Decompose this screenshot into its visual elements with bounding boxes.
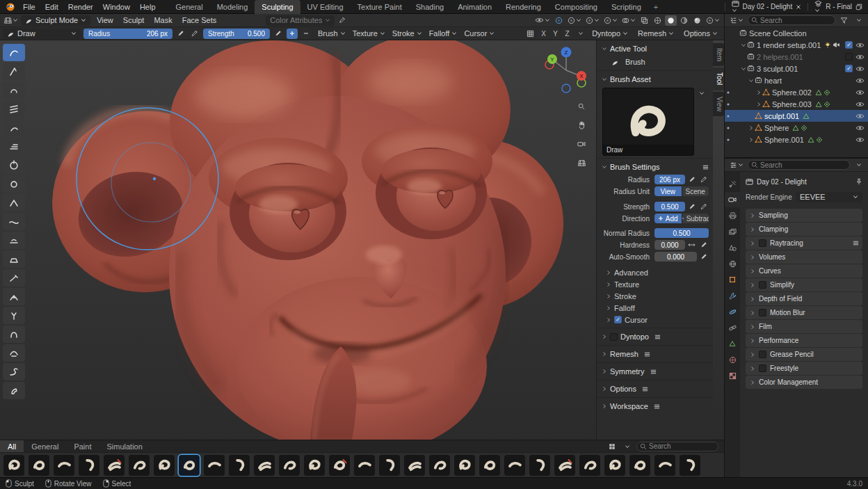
tool-draw-sharp[interactable] <box>3 63 25 80</box>
panel-menu-icon[interactable] <box>654 403 660 410</box>
panel-menu-icon[interactable] <box>650 369 657 375</box>
tool-crease[interactable] <box>3 194 25 211</box>
shelf-brush-9[interactable] <box>229 455 250 476</box>
xray-button[interactable] <box>638 15 650 26</box>
section-raytracing[interactable]: Raytracing <box>746 237 862 250</box>
hardness-range-button[interactable] <box>686 240 697 250</box>
menu-help[interactable]: Help <box>135 0 161 14</box>
add-workspace-button[interactable]: + <box>648 3 664 11</box>
navigation-gizmo[interactable]: Z Y X <box>539 43 593 97</box>
dropdown-texture[interactable]: Texture <box>349 29 389 39</box>
tool-thumb[interactable] <box>3 382 25 399</box>
tool-elastic-deform[interactable] <box>3 344 25 362</box>
shelf-tab-general[interactable]: General <box>24 440 66 453</box>
panel-dyntopo[interactable]: Dyntopo <box>597 330 713 343</box>
properties-tab-modifiers[interactable] <box>725 288 740 303</box>
dropdown-falloff[interactable]: Falloff <box>426 29 461 39</box>
properties-options-dropdown[interactable] <box>853 160 865 170</box>
section-performance[interactable]: Performance <box>746 334 862 347</box>
viewport-menu-mask[interactable]: Mask <box>149 14 177 27</box>
shelf-brush-17[interactable] <box>429 455 450 476</box>
properties-tab-texture[interactable] <box>725 368 740 383</box>
shelf-brush-10[interactable] <box>254 455 275 476</box>
radius-unit-view[interactable]: View <box>654 186 682 196</box>
direction-add-button[interactable] <box>287 29 298 39</box>
strength-slider[interactable]: Strength0.500 <box>203 29 270 39</box>
shelf-brush-18[interactable] <box>454 455 475 476</box>
direction-subtract[interactable]: Subtract <box>682 214 709 223</box>
shelf-brush-5[interactable] <box>129 455 150 476</box>
hide-eye-icon[interactable] <box>855 42 865 49</box>
simplify-checkbox[interactable] <box>759 281 766 289</box>
shelf-brush-20[interactable] <box>504 455 525 476</box>
properties-search-input[interactable] <box>760 161 849 169</box>
exclude-checkbox[interactable] <box>845 53 853 61</box>
dropdown-stroke[interactable]: Stroke <box>389 29 426 39</box>
shelf-brush-4[interactable] <box>104 455 124 476</box>
viewport-menu-sculpt[interactable]: Sculpt <box>118 14 150 27</box>
tool-fill[interactable] <box>3 250 25 268</box>
outliner-row-sphere-002[interactable]: Sphere.002 <box>725 86 868 98</box>
tool-scrape[interactable] <box>3 269 25 287</box>
shading-material-button[interactable] <box>678 15 690 26</box>
tool-layer[interactable] <box>3 138 25 155</box>
section-film[interactable]: Film <box>746 320 862 333</box>
tool-smooth[interactable] <box>3 213 25 230</box>
exclude-checkbox[interactable]: ✓ <box>845 65 853 72</box>
workspace-tab-modeling[interactable]: Modeling <box>210 0 255 14</box>
camera-view-button[interactable] <box>575 138 588 150</box>
sample-color-button[interactable] <box>336 15 348 26</box>
radius-stylus-button[interactable] <box>698 175 709 184</box>
dropdown-remesh[interactable]: Remesh <box>634 29 677 39</box>
tool-snake-hook[interactable] <box>3 363 25 380</box>
editor-type-button[interactable] <box>3 15 19 26</box>
hide-eye-icon[interactable] <box>855 113 865 120</box>
properties-tab-object[interactable] <box>725 272 740 287</box>
blender-logo-icon[interactable] <box>6 2 15 12</box>
panel-options[interactable]: Options <box>597 383 713 395</box>
copy-icon[interactable] <box>855 3 862 10</box>
dropdown-brush[interactable]: Brush <box>314 29 349 39</box>
shading-rendered-button[interactable] <box>691 15 703 26</box>
properties-tab-constraints[interactable] <box>725 320 740 335</box>
shelf-brush-0[interactable] <box>3 455 24 476</box>
disclosure-icon[interactable] <box>747 137 755 143</box>
brush-preview[interactable]: Draw <box>602 88 694 156</box>
hide-eye-icon[interactable] <box>855 101 865 108</box>
scene-breadcrumb-name[interactable]: Day 02 - Delight <box>757 178 807 186</box>
outliner-row-sphere-003[interactable]: Sphere.003 <box>725 98 868 110</box>
active-tool-dropdown[interactable]: Draw <box>3 29 81 39</box>
outliner-row-1-render-setup-001[interactable]: 1 render setup.001✓ <box>725 39 868 51</box>
direction-subtract-button[interactable] <box>300 29 312 39</box>
disclosure-icon[interactable] <box>755 90 762 95</box>
shelf-brush-21[interactable] <box>529 455 550 476</box>
subsection-advanced[interactable]: Advanced <box>597 266 713 278</box>
hide-eye-icon[interactable] <box>855 54 865 61</box>
view-layer-icon[interactable] <box>814 0 822 13</box>
extra-symmetry-dropdown[interactable] <box>574 29 586 39</box>
motion-blur-checkbox[interactable] <box>759 309 766 316</box>
subsection-texture[interactable]: Texture <box>597 278 713 290</box>
outliner-search[interactable] <box>748 15 835 25</box>
panel-symmetry[interactable]: Symmetry <box>597 365 713 378</box>
shelf-tab-all[interactable]: All <box>0 440 24 453</box>
tool-blob[interactable] <box>3 175 25 193</box>
scene-name[interactable]: Day 02 - Delight <box>743 3 793 10</box>
shelf-brush-25[interactable] <box>629 455 650 476</box>
move-button[interactable] <box>575 119 588 131</box>
panel-header-brush-settings[interactable]: Brush Settings <box>597 161 713 173</box>
properties-tab-object-data[interactable] <box>725 336 740 351</box>
workspace-tab-sculpting[interactable]: Sculpting <box>255 0 300 14</box>
cursor-checkbox[interactable]: ✓ <box>614 316 622 323</box>
asset-shelf-search-input[interactable] <box>649 442 718 450</box>
shelf-brush-22[interactable] <box>554 455 575 476</box>
shelf-brush-23[interactable] <box>579 455 600 476</box>
menu-edit[interactable]: Edit <box>40 0 63 14</box>
section-depth-of-field[interactable]: Depth of Field <box>746 292 862 305</box>
section-volumes[interactable]: Volumes <box>746 250 862 264</box>
color-attributes-dropdown[interactable]: Color Attributes <box>266 15 335 26</box>
shelf-brush-19[interactable] <box>479 455 500 476</box>
section-simplify[interactable]: Simplify <box>746 278 862 291</box>
panel-menu-icon[interactable] <box>702 164 709 170</box>
outliner-row-heart[interactable]: heart <box>725 74 868 86</box>
